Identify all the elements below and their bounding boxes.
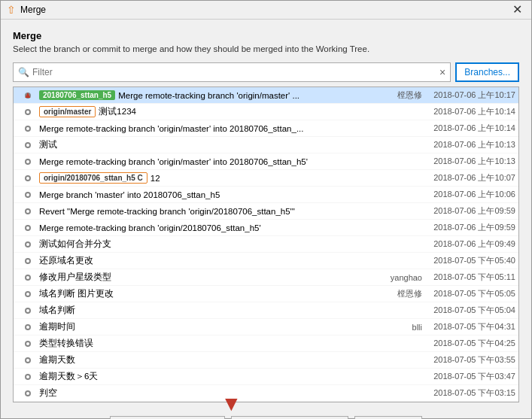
commit-row[interactable]: 域名判断2018-07-05 下午05:04 <box>14 302 518 319</box>
commit-info: 逾期时间blli2018-07-05 下午04:31 <box>39 321 515 332</box>
filter-clear-button[interactable]: × <box>439 66 445 78</box>
branch-tag: origin/master <box>39 106 96 117</box>
commit-message: Merge remote-tracking branch 'origin/mas… <box>39 124 382 133</box>
filter-input[interactable] <box>32 67 439 77</box>
commit-message: 测试1234 <box>99 106 382 117</box>
commit-list[interactable]: ▲20180706_sttan_h5Merge remote-tracking … <box>13 87 519 402</box>
branch-tag: origin/20180706_sttan_h5 C <box>39 172 147 184</box>
graph-dot <box>25 142 31 148</box>
graph-col <box>17 208 39 214</box>
commit-message: Merge branch 'master' into 20180706_stta… <box>39 190 382 199</box>
close-button[interactable]: ✕ <box>509 4 525 16</box>
graph-col <box>17 109 39 115</box>
graph-dot <box>25 324 31 330</box>
commit-date: 2018-07-05 下午05:04 <box>425 305 515 316</box>
commit-row[interactable]: origin/20180706_sttan_h5 C122018-07-06 上… <box>14 170 518 187</box>
commit-message: 测试如何合并分支 <box>39 238 382 250</box>
commit-message: Revert "Merge remote-tracking branch 'or… <box>39 207 382 216</box>
commit-author: blli <box>385 323 422 332</box>
commit-date: 2018-07-05 下午05:11 <box>425 272 515 283</box>
commit-info: Merge remote-tracking branch 'origin/mas… <box>39 123 515 134</box>
graph-col <box>17 275 39 281</box>
commit-info: Merge remote-tracking branch 'origin/201… <box>39 222 515 233</box>
commit-info: 域名判断2018-07-05 下午05:04 <box>39 305 515 316</box>
branch-tag: 20180706_sttan_h5 <box>39 90 115 100</box>
commit-row[interactable]: Merge remote-tracking branch 'origin/201… <box>14 220 518 236</box>
graph-dot <box>25 241 31 247</box>
cancel-button[interactable]: Cancel <box>354 416 422 419</box>
commit-row[interactable]: 逾期天数2018-07-05 下午03:55 <box>14 352 518 369</box>
graph-col <box>17 175 39 181</box>
graph-col <box>17 126 39 132</box>
create-merge-commit-button[interactable]: Create Merge-Commit <box>110 416 225 419</box>
graph-dot <box>25 341 31 347</box>
commit-info: Merge remote-tracking branch 'origin/mas… <box>39 156 515 167</box>
commit-date: 2018-07-05 下午04:25 <box>425 338 515 349</box>
graph-dot <box>25 159 31 165</box>
commit-message: Merge remote-tracking branch 'origin/mas… <box>39 157 382 166</box>
commit-info: Revert "Merge remote-tracking branch 'or… <box>39 205 515 217</box>
commit-row[interactable]: 判空2018-07-05 下午03:15 <box>14 385 518 402</box>
merge-to-working-tree-button[interactable]: Merge to Working Tree <box>231 416 348 419</box>
commit-date: 2018-07-05 下午04:31 <box>425 321 515 332</box>
commit-message: 逾期天数 <box>39 354 382 366</box>
graph-dot <box>25 374 31 380</box>
commit-row[interactable]: Merge remote-tracking branch 'origin/mas… <box>14 153 518 170</box>
graph-col <box>17 192 39 198</box>
commit-row[interactable]: ▲20180706_sttan_h5Merge remote-tracking … <box>14 87 518 104</box>
branches-button[interactable]: Branches... <box>455 62 519 82</box>
graph-dot <box>25 175 31 181</box>
graph-dot <box>25 308 31 314</box>
commit-date: 2018-07-06 上午10:07 <box>425 172 515 184</box>
commit-info: 逾期天数2018-07-05 下午03:55 <box>39 354 515 366</box>
graph-col <box>17 258 39 264</box>
commit-info: 修改用户星级类型yanghao2018-07-05 下午05:11 <box>39 272 515 283</box>
commit-info: 测试如何合并分支2018-07-06 上午09:49 <box>39 238 515 250</box>
graph-dot <box>25 109 31 115</box>
commit-author: 樘恩修 <box>385 288 422 299</box>
commit-message: 类型转换错误 <box>39 338 382 349</box>
graph-col <box>17 341 39 347</box>
graph-dot <box>25 192 31 198</box>
commit-date: 2018-07-06 上午09:49 <box>425 238 515 250</box>
filter-box: 🔍 × <box>13 62 451 82</box>
commit-row[interactable]: 类型转换错误2018-07-05 下午04:25 <box>14 336 518 352</box>
commit-row[interactable]: origin/master测试12342018-07-06 上午10:14 <box>14 104 518 120</box>
commit-row[interactable]: 域名判断 图片更改樘恩修2018-07-05 下午05:05 <box>14 286 518 302</box>
graph-col <box>17 374 39 380</box>
commit-date: 2018-07-06 上午10:13 <box>425 156 515 167</box>
commit-date: 2018-07-06 上午09:59 <box>425 205 515 217</box>
section-title: Merge <box>13 30 519 41</box>
graph-dot <box>25 208 31 214</box>
commit-date: 2018-07-06 上午10:13 <box>425 139 515 150</box>
commit-row[interactable]: 还原域名更改2018-07-05 下午05:40 <box>14 253 518 269</box>
commit-info: Merge branch 'master' into 20180706_stta… <box>39 189 515 200</box>
commit-date: 2018-07-05 下午03:15 <box>425 387 515 399</box>
commit-info: 判空2018-07-05 下午03:15 <box>39 387 515 399</box>
commit-row[interactable]: 逾期天数＞6天2018-07-05 下午03:47 <box>14 369 518 385</box>
titlebar: ⇧ Merge ✕ <box>1 1 531 20</box>
section-desc: Select the branch or commit to merge and… <box>13 44 519 53</box>
graph-col <box>17 291 39 297</box>
commit-row[interactable]: 测试2018-07-06 上午10:13 <box>14 137 518 153</box>
graph-dot <box>25 258 31 264</box>
commit-row[interactable]: 修改用户星级类型yanghao2018-07-05 下午05:11 <box>14 269 518 286</box>
search-icon: 🔍 <box>18 67 29 77</box>
graph-col <box>17 142 39 148</box>
commit-row[interactable]: Merge remote-tracking branch 'origin/mas… <box>14 120 518 137</box>
commit-author: 樘恩修 <box>385 90 422 101</box>
commit-row[interactable]: 测试如何合并分支2018-07-06 上午09:49 <box>14 236 518 253</box>
commit-row[interactable]: 逾期时间blli2018-07-05 下午04:31 <box>14 319 518 336</box>
commit-info: 域名判断 图片更改樘恩修2018-07-05 下午05:05 <box>39 288 515 299</box>
commit-info: origin/master测试12342018-07-06 上午10:14 <box>39 106 515 117</box>
merge-window: ⇧ Merge ✕ Merge Select the branch or com… <box>0 0 532 419</box>
commit-date: 2018-07-05 下午03:55 <box>425 354 515 366</box>
graph-col <box>17 225 39 231</box>
graph-col <box>17 324 39 330</box>
graph-col <box>17 390 39 396</box>
commit-row[interactable]: Revert "Merge remote-tracking branch 'or… <box>14 203 518 220</box>
merge-icon: ⇧ <box>7 4 16 16</box>
commit-date: 2018-07-05 下午03:47 <box>425 371 515 382</box>
graph-dot <box>25 275 31 281</box>
commit-row[interactable]: Merge branch 'master' into 20180706_stta… <box>14 187 518 203</box>
